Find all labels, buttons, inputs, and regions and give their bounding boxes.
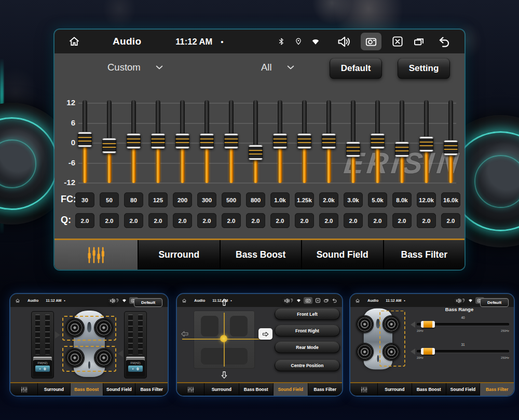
equalizer-icon [187,386,194,393]
slider-handle[interactable] [200,133,214,149]
wifi-icon [122,298,127,303]
equalizer-icon [87,246,105,264]
q-value-box: 2.0 [197,213,216,228]
slider-handle[interactable] [395,142,409,157]
camera-button-highlight[interactable] [361,33,381,50]
eq-band-slider-80[interactable] [121,100,146,183]
arrow-right-button [258,328,272,340]
eq-band-slider-2.0k[interactable] [317,100,341,183]
eq-scale-label: 6 [54,118,75,127]
slider-handle[interactable] [224,133,238,149]
eq-band-slider-8.0k[interactable] [390,100,414,183]
meter-pointer-right [55,331,60,339]
fc-value-box: 8.0k [392,192,412,207]
q-value-box: 2.0 [441,213,460,228]
chevron-down-icon [285,62,296,73]
mini-status-dot: • [64,299,65,302]
camera-icon[interactable] [365,35,377,48]
mini-status-dot: • [230,299,231,302]
home-icon[interactable] [68,35,80,48]
eq-band-slider-30[interactable] [73,100,97,183]
seat-shape [201,316,218,337]
slider-handle[interactable] [371,133,385,149]
fc-value-box: 16.0k [441,192,460,207]
eq-band-slider-12.0k[interactable] [414,100,439,183]
meter-readout: FM(HZ) ‹0 [33,360,52,376]
slider-track-top [83,100,87,133]
slider-track-top [253,100,258,146]
channel-dropdown[interactable]: All [261,62,296,73]
slider-handle[interactable] [419,136,433,152]
preset-dropdown[interactable]: Custom [107,62,165,73]
eq-band-slider-500[interactable] [219,100,243,183]
eq-band-slider-5.0k[interactable] [365,100,390,183]
q-value-box: 2.0 [417,213,436,228]
centre-position-button: Centre Position [275,359,340,371]
equalizer-sliders-area: ERISIN 1260-6-12 [54,85,465,188]
mini-tab-surround: Surround [204,383,239,396]
seat-shape [230,316,248,337]
tab-equalizer[interactable] [54,240,138,270]
tab-sound-field[interactable]: Sound Field [301,240,383,270]
q-value-box: 2.0 [368,213,387,228]
q-row: Q: 2.02.02.02.02.02.02.02.02.02.02.02.02… [54,212,465,230]
slider-max-label: 250Hz [501,356,509,359]
tab-surround[interactable]: Surround [138,240,220,270]
meter-label: FM(HZ) [33,361,52,365]
eq-band-slider-800[interactable] [243,100,268,183]
eq-band-slider-200[interactable] [170,100,195,183]
front-left-button: Front Left [275,308,340,320]
slider-handle[interactable] [322,133,336,149]
fc-value-box: 2.0k [319,192,338,207]
q-value-box: 2.0 [246,213,265,228]
meter-value: 0 [136,367,139,371]
meter-label: FM(HZ) [126,361,145,365]
eq-band-slider-300[interactable] [195,100,219,183]
eq-scale-label: -6 [54,158,75,167]
slider-handle[interactable] [127,133,141,149]
volume-icon[interactable] [337,35,351,49]
slider-handle[interactable] [102,138,116,153]
slider-handle[interactable] [346,142,360,157]
slider-handle[interactable] [78,132,92,147]
default-button[interactable]: Default [330,58,382,79]
meter-chevron: ‹ [132,367,134,371]
eq-band-slider-16.0k[interactable] [439,100,463,183]
mini-tabbar: SurroundBass BoostSound FieldBass Filter [350,382,514,396]
slider-track-bottom [131,148,136,183]
equalizer-icon [361,386,367,393]
arrow-right-icon [262,330,269,338]
q-value-box: 2.0 [295,213,314,228]
eq-band-slider-50[interactable] [97,100,121,183]
mini-status-dot: • [404,299,405,302]
tab-bass-filter[interactable]: Bass Filter [383,240,465,270]
mini-tab-bass-filter: Bass Filter [135,383,168,396]
tab-bass-boost[interactable]: Bass Boost [220,240,302,270]
fc-row: FC: 3050801252003005008001.0k1.25k2.0k3.… [54,191,465,209]
bass-range-title: Bass Range [410,306,509,312]
back-icon[interactable] [437,35,451,49]
slider-max-label: 250Hz [501,329,509,332]
slider-track-bottom [83,146,87,183]
eq-band-slider-3.0k[interactable] [341,100,365,183]
slider-handle[interactable] [151,133,165,149]
eq-band-slider-1.0k[interactable] [268,100,292,183]
right-speakers-selection [379,311,405,367]
slider-handle[interactable] [175,133,189,149]
mini-tab-surround: Surround [37,383,70,396]
eq-band-slider-1.25k[interactable] [292,100,317,183]
slider-handle[interactable] [297,133,311,149]
slider-handle[interactable] [249,145,263,160]
setting-button[interactable]: Setting [398,58,450,79]
fc-value-box: 3.0k [344,192,363,207]
slider-handle[interactable] [273,133,287,149]
page-title: Audio [113,36,141,47]
eq-band-slider-125[interactable] [146,100,170,183]
mini-tab-sound-field: Sound Field [273,383,308,396]
eq-scale-label: 12 [54,98,75,107]
close-app-icon[interactable] [391,35,404,48]
slider-handle[interactable] [444,140,458,156]
recent-apps-icon[interactable] [413,35,425,48]
page: Audio 11:12 AM • Custom All [0,0,519,420]
q-value-box: 2.0 [100,213,119,228]
